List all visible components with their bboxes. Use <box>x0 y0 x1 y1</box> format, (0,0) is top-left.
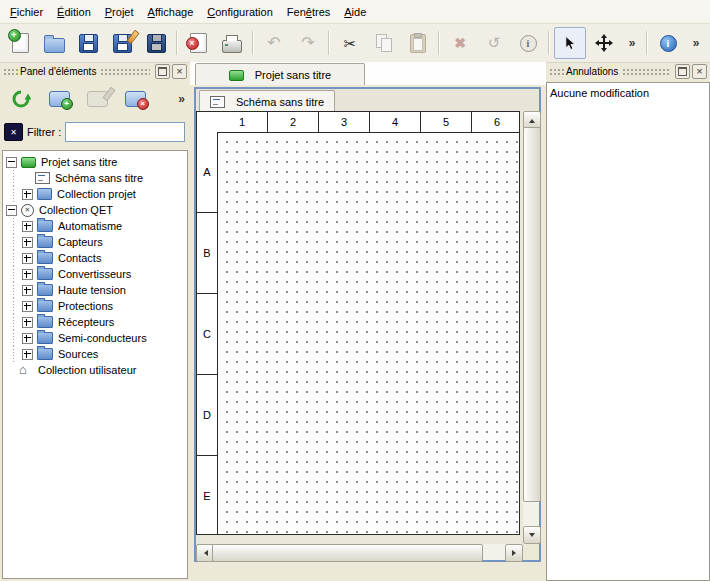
tree-item-label: Collection utilisateur <box>38 364 136 376</box>
expand-icon[interactable] <box>22 237 33 248</box>
project-tab-label: Projet sans titre <box>255 69 331 81</box>
expand-icon[interactable] <box>22 285 33 296</box>
delete-element-button[interactable] <box>117 81 153 117</box>
tree-item-recepteurs[interactable]: Récepteurs <box>3 314 187 330</box>
undo-list-item[interactable]: Aucune modification <box>550 85 706 101</box>
delete-icon <box>454 36 466 50</box>
cut-button[interactable] <box>334 27 366 59</box>
redo-button[interactable] <box>292 27 324 59</box>
toolbar-separator <box>438 31 440 55</box>
float-dock-button[interactable] <box>675 64 690 79</box>
close-dock-button[interactable] <box>692 64 707 79</box>
overflow-icon[interactable]: » <box>178 92 188 106</box>
toolbar-overflow-button[interactable]: » <box>622 27 642 59</box>
print-button[interactable] <box>216 27 248 59</box>
scrollbar-corner <box>523 544 539 560</box>
filter-input[interactable] <box>65 122 185 142</box>
close-file-button[interactable] <box>182 27 214 59</box>
scroll-right-button[interactable] <box>505 544 523 562</box>
vertical-scrollbar[interactable] <box>523 111 539 544</box>
column-header: 3 <box>319 112 370 132</box>
expand-icon[interactable] <box>22 333 33 344</box>
tree-guide <box>6 250 22 266</box>
float-dock-button[interactable] <box>155 64 170 79</box>
tree-item-capteurs[interactable]: Capteurs <box>3 234 187 250</box>
menu-affichage[interactable]: Affichage <box>141 2 201 22</box>
paste-button[interactable] <box>402 27 434 59</box>
move-arrows-icon <box>595 34 613 52</box>
diagram-info-button[interactable] <box>512 27 544 59</box>
tab-project[interactable]: Projet sans titre <box>195 63 365 86</box>
tree-item-convertisseurs[interactable]: Convertisseurs <box>3 266 187 282</box>
info-blue-icon <box>660 35 677 52</box>
about-qet-button[interactable] <box>652 27 684 59</box>
tree-item-contacts[interactable]: Contacts <box>3 250 187 266</box>
float-icon <box>678 67 687 76</box>
scroll-down-button[interactable] <box>523 526 541 544</box>
column-header: 6 <box>472 112 522 132</box>
expand-icon[interactable] <box>22 349 33 360</box>
tree-item-collection-projet[interactable]: Collection projet <box>3 186 187 202</box>
diagram-grid[interactable] <box>218 133 518 533</box>
project-icon <box>21 157 36 168</box>
folder-icon <box>37 268 53 280</box>
tree-item-automatisme[interactable]: Automatisme <box>3 218 187 234</box>
toolbar-separator <box>328 31 330 55</box>
menu-aide[interactable]: Aide <box>337 2 373 22</box>
expand-icon[interactable] <box>22 317 33 328</box>
select-mode-button[interactable] <box>554 27 586 59</box>
tree-item-semi-conducteurs[interactable]: Semi-conducteurs <box>3 330 187 346</box>
elements-panel-titlebar[interactable]: Panel d'éléments <box>0 62 190 79</box>
tree-item-collection-qet[interactable]: Collection QET <box>3 202 187 218</box>
save-all-button[interactable] <box>140 27 172 59</box>
undo-panel-titlebar[interactable]: Annulations <box>546 62 710 79</box>
delete-button[interactable] <box>444 27 476 59</box>
tree-item-collection-utilisateur[interactable]: Collection utilisateur <box>3 362 187 378</box>
horizontal-scrollbar[interactable] <box>196 544 523 560</box>
tree-item-haute-tension[interactable]: Haute tension <box>3 282 187 298</box>
clear-filter-button[interactable] <box>4 123 23 141</box>
collapse-icon[interactable] <box>6 157 17 168</box>
new-element-button[interactable] <box>41 81 77 117</box>
tree-item-protections[interactable]: Protections <box>3 298 187 314</box>
undo-button[interactable] <box>258 27 290 59</box>
delete-element-icon <box>125 91 146 107</box>
menu-fichier[interactable]: Fichier <box>3 2 50 22</box>
expand-icon[interactable] <box>22 221 33 232</box>
folder-icon <box>37 220 53 232</box>
tree-item-label: Collection projet <box>57 188 136 200</box>
save-as-button[interactable] <box>106 27 138 59</box>
open-file-button[interactable] <box>38 27 70 59</box>
tab-diagram[interactable]: Schéma sans titre <box>199 90 335 112</box>
expand-icon[interactable] <box>22 301 33 312</box>
tree-item-projet-sans-titre[interactable]: Projet sans titre <box>3 154 187 170</box>
expand-icon[interactable] <box>22 253 33 264</box>
tree-item-label: Semi-conducteurs <box>58 332 147 344</box>
tree-item-schema-sans-titre[interactable]: Schéma sans titre <box>3 170 187 186</box>
rotate-button[interactable] <box>478 27 510 59</box>
copy-button[interactable] <box>368 27 400 59</box>
expand-icon[interactable] <box>22 189 33 200</box>
diagram-viewport[interactable]: 123456 ABCDE <box>196 111 523 544</box>
vertical-scroll-thumb[interactable] <box>523 127 541 502</box>
close-dock-button[interactable] <box>172 64 187 79</box>
tree-item-label: Contacts <box>58 252 101 264</box>
menu-edition[interactable]: Édition <box>50 2 98 22</box>
save-button[interactable] <box>72 27 104 59</box>
reload-collections-button[interactable] <box>3 81 39 117</box>
plus-badge-icon <box>8 29 21 42</box>
edit-element-button[interactable] <box>79 81 115 117</box>
menu-fenetres[interactable]: Fenêtres <box>280 2 337 22</box>
overflow-icon: » <box>629 36 636 50</box>
toolbar-overflow-right-button[interactable]: » <box>686 27 706 59</box>
collapse-icon[interactable] <box>6 205 17 216</box>
expand-icon[interactable] <box>22 269 33 280</box>
menu-projet[interactable]: Projet <box>98 2 141 22</box>
tree-item-sources[interactable]: Sources <box>3 346 187 362</box>
pan-mode-button[interactable] <box>588 27 620 59</box>
tree-item-label: Schéma sans titre <box>55 172 143 184</box>
menu-configuration[interactable]: Configuration <box>200 2 280 22</box>
horizontal-scroll-thumb[interactable] <box>212 544 483 562</box>
column-ruler: 123456 <box>217 112 519 133</box>
new-file-button[interactable] <box>4 27 36 59</box>
